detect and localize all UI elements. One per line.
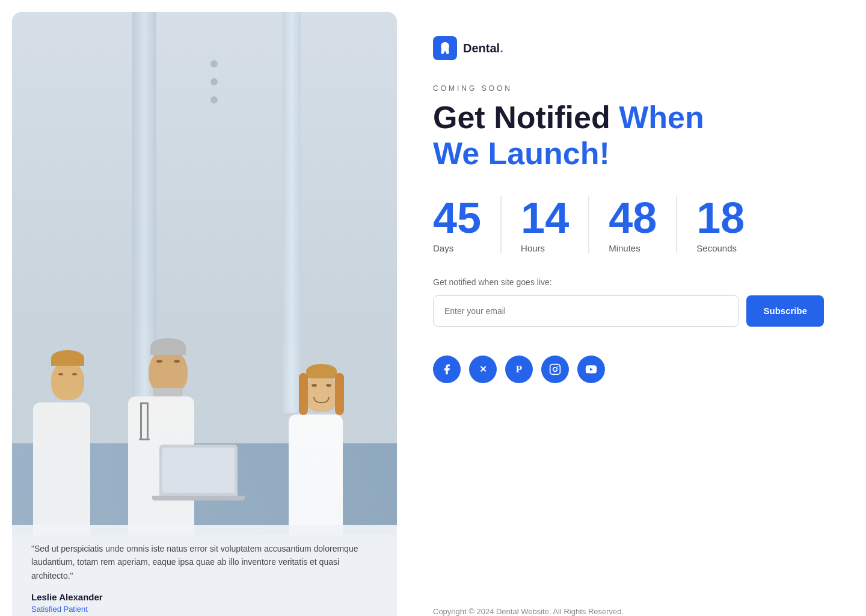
countdown-seconds: 18 Secounds (696, 196, 764, 253)
countdown-hours: 14 Hours (521, 196, 589, 253)
instagram-icon[interactable] (541, 356, 569, 383)
coming-soon-label: COMING SOON (433, 84, 824, 93)
copyright-text: Copyright © 2024 Dental Website. All Rig… (433, 607, 824, 616)
svg-point-1 (553, 367, 557, 371)
main-heading: Get Notified WhenWe Launch! (433, 100, 824, 172)
email-input[interactable] (433, 295, 739, 327)
subscribe-button[interactable]: Subscribe (746, 295, 824, 327)
hours-number: 14 (521, 196, 569, 239)
facebook-icon[interactable] (433, 356, 461, 383)
svg-point-2 (557, 366, 559, 367)
countdown-minutes: 48 Minutes (609, 196, 677, 253)
pinterest-icon[interactable]: P (505, 356, 533, 383)
minutes-number: 48 (609, 196, 657, 239)
testimonial-box: "Sed ut perspiciatis unde omnis iste nat… (12, 525, 397, 616)
left-panel: "Sed ut perspiciatis unde omnis iste nat… (12, 12, 397, 616)
days-number: 45 (433, 196, 481, 239)
right-panel: Dental. COMING SOON Get Notified WhenWe … (397, 0, 866, 616)
minutes-label: Minutes (609, 243, 640, 253)
logo-row: Dental. (433, 36, 824, 60)
logo-text: Dental. (463, 42, 503, 55)
hours-label: Hours (521, 243, 545, 253)
notify-label: Get notified when site goes live: (433, 277, 824, 287)
svg-rect-0 (550, 364, 560, 374)
countdown-row: 45 Days 14 Hours 48 Minutes 18 Secounds (433, 196, 824, 253)
logo-brand-name: Dental (463, 42, 500, 55)
subscribe-row: Subscribe (433, 295, 824, 327)
x-twitter-icon[interactable]: ✕ (469, 356, 497, 383)
social-row: ✕ P (433, 356, 824, 383)
days-label: Days (433, 243, 453, 253)
testimonial-author: Leslie Alexander (31, 592, 378, 602)
tooth-icon (438, 41, 452, 55)
youtube-icon[interactable] (577, 356, 605, 383)
seconds-label: Secounds (696, 243, 737, 253)
logo-dot: . (500, 42, 503, 55)
countdown-days: 45 Days (433, 196, 502, 253)
testimonial-role: Satisfied Patient (31, 605, 378, 614)
heading-black: Get Notified (433, 100, 610, 135)
logo-icon (433, 36, 457, 60)
seconds-number: 18 (696, 196, 745, 239)
testimonial-quote: "Sed ut perspiciatis unde omnis iste nat… (31, 542, 378, 582)
